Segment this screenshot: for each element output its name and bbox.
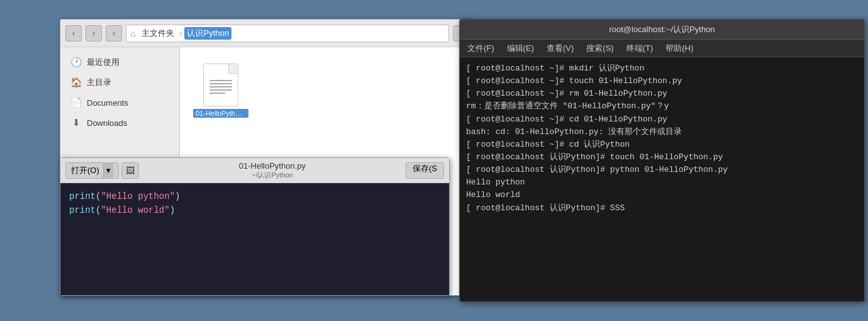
- menu-edit[interactable]: 编辑(E): [504, 42, 537, 55]
- recent-icon: 🕐: [70, 57, 82, 68]
- file-icon-line: [209, 80, 232, 81]
- file-icon-lines: [209, 80, 232, 96]
- term-title: root@localhost:~/认识Python: [466, 24, 858, 35]
- te-filepath: ~/认识Python: [139, 171, 406, 180]
- save-button[interactable]: 保存(S: [406, 162, 444, 179]
- file-icon-line: [209, 89, 232, 91]
- te-title-area: 01-HelloPython.py ~/认识Python: [139, 161, 406, 180]
- term-line-5: [ root@localhost ~]# cd 01-HelloPython.p…: [466, 113, 858, 126]
- code-line-2: print("Hello world"): [69, 203, 440, 217]
- file-icon-line: [209, 83, 232, 84]
- sidebar-item-downloads[interactable]: ⬇ Downloads: [60, 113, 179, 133]
- sidebar-item-label-downloads: Downloads: [87, 118, 127, 128]
- downloads-icon: ⬇: [70, 117, 82, 128]
- term-line-8: [ root@localhost 认识Python]# touch 01-Hel…: [466, 151, 858, 164]
- keyword-print: print: [69, 191, 96, 201]
- file-item[interactable]: 01-HelloPython.py: [192, 60, 249, 121]
- term-line-6: bash: cd: 01-HelloPython.py: 没有那个文件或目录: [466, 126, 858, 138]
- string-value-1: "Hello python": [101, 191, 175, 201]
- keyword-print-2: print: [69, 205, 96, 215]
- menu-help[interactable]: 帮助(H): [663, 42, 696, 55]
- menu-search[interactable]: 搜索(S): [584, 42, 616, 55]
- term-line-12: [ root@localhost 认识Python]# SSS: [466, 202, 858, 215]
- file-grid: 01-HelloPython.py: [192, 60, 462, 121]
- sidebar-item-home[interactable]: 🏠 主目录: [60, 72, 179, 93]
- sidebar-item-label-home: 主目录: [87, 77, 111, 88]
- open-button[interactable]: 打开(O) ▾: [65, 162, 119, 179]
- home-dir-icon: 🏠: [70, 77, 82, 88]
- sidebar-item-recent[interactable]: 🕐 最近使用: [60, 52, 179, 72]
- fm-toolbar: ‹ › ‹ ⌂ 主文件夹 › 认识Python ›: [60, 20, 474, 47]
- file-icon-line: [209, 86, 232, 87]
- open-label: 打开(O): [71, 165, 99, 176]
- file-icon-line: [209, 93, 225, 94]
- sidebar-item-documents[interactable]: 📄 Documents: [60, 93, 179, 113]
- term-line-1: [ root@localhost ~]# mkdir 认识Python: [466, 62, 858, 75]
- text-editor-window: 打开(O) ▾ 🖼 01-HelloPython.py ~/认识Python 保…: [60, 157, 450, 296]
- te-content-area[interactable]: print("Hello python") print("Hello world…: [60, 183, 449, 295]
- te-toolbar: 打开(O) ▾ 🖼 01-HelloPython.py ~/认识Python 保…: [60, 158, 449, 183]
- nav-forward-button[interactable]: ›: [86, 25, 102, 42]
- term-titlebar: root@localhost:~/认识Python: [460, 20, 864, 40]
- terminal-window: root@localhost:~/认识Python 文件(F) 编辑(E) 查看…: [459, 19, 865, 302]
- nav-prev-button[interactable]: ‹: [106, 25, 122, 42]
- documents-icon: 📄: [70, 97, 82, 108]
- te-icon-button[interactable]: 🖼: [121, 162, 139, 179]
- menu-view[interactable]: 查看(V): [544, 42, 576, 55]
- breadcrumb-home[interactable]: 主文件夹: [139, 27, 177, 40]
- breadcrumb-current[interactable]: 认识Python: [184, 27, 231, 40]
- te-filename: 01-HelloPython.py: [139, 161, 406, 171]
- file-icon: [203, 64, 238, 106]
- term-line-10: Hello python: [466, 176, 858, 189]
- open-dropdown-arrow[interactable]: ▾: [103, 162, 113, 179]
- menu-terminal[interactable]: 终端(T): [624, 42, 656, 55]
- term-line-7: [ root@localhost ~]# cd 认识Python: [466, 138, 858, 151]
- code-line-1: print("Hello python"): [69, 189, 440, 203]
- sidebar-item-label-recent: 最近使用: [87, 57, 120, 68]
- breadcrumb: ⌂ 主文件夹 › 认识Python: [126, 25, 449, 42]
- breadcrumb-separator: ›: [179, 29, 182, 38]
- term-line-4: rm：是否删除普通空文件 "01-HelloPython.py"？y: [466, 100, 858, 113]
- home-icon: ⌂: [130, 28, 135, 38]
- term-line-2: [ root@localhost ~]# touch 01-HelloPytho…: [466, 75, 858, 87]
- file-label: 01-HelloPython.py: [193, 109, 248, 118]
- sidebar-item-label-documents: Documents: [87, 98, 128, 108]
- nav-back-button[interactable]: ‹: [65, 25, 82, 42]
- term-body[interactable]: [ root@localhost ~]# mkdir 认识Python [ ro…: [460, 57, 864, 301]
- term-line-9: [ root@localhost 认识Python]# python 01-He…: [466, 164, 858, 176]
- term-line-11: Hello world: [466, 189, 858, 201]
- term-menubar: 文件(F) 编辑(E) 查看(V) 搜索(S) 终端(T) 帮助(H): [460, 40, 864, 57]
- term-line-3: [ root@localhost ~]# rm 01-HelloPython.p…: [466, 87, 858, 100]
- menu-file[interactable]: 文件(F): [465, 42, 497, 55]
- string-value-2: "Hello world": [101, 205, 169, 215]
